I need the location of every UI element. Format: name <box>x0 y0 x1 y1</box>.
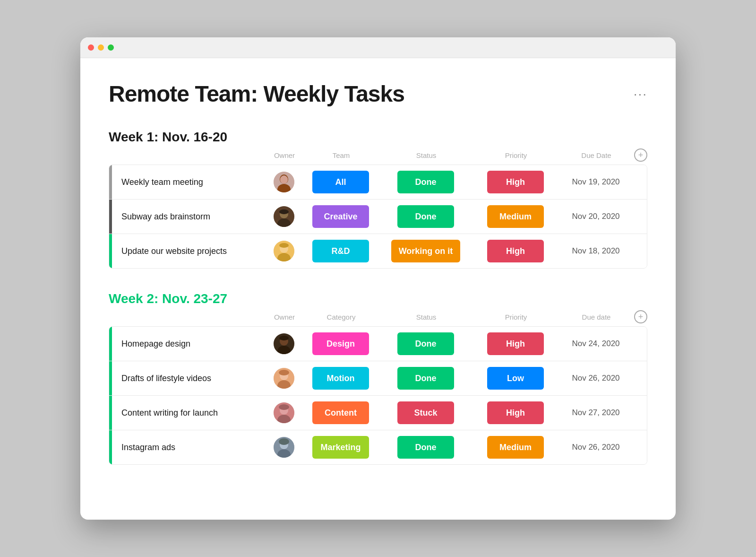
team-cell: R&D <box>303 238 378 264</box>
week2-col-status: Status <box>379 313 473 321</box>
svg-point-20 <box>279 370 289 375</box>
task-name: Instagram ads <box>112 443 265 453</box>
window-chrome <box>80 37 676 58</box>
svg-point-4 <box>280 176 288 183</box>
page-title: Remote Team: Weekly Tasks <box>109 81 404 107</box>
team-cell: Marketing <box>303 434 378 461</box>
due-date: Nov 26, 2020 <box>558 443 634 452</box>
team-cell: All <box>303 169 378 195</box>
team-badge: All <box>312 171 369 193</box>
avatar <box>274 206 294 227</box>
svg-point-12 <box>279 243 289 248</box>
priority-badge: High <box>487 171 544 193</box>
task-name: Homepage design <box>112 339 265 349</box>
table-row: Instagram ads Marketing <box>109 430 647 464</box>
status-badge: Done <box>397 332 454 355</box>
due-date: Nov 27, 2020 <box>558 408 634 418</box>
week2-table: Homepage design Design <box>109 326 647 465</box>
minimize-button[interactable] <box>98 44 104 51</box>
due-date: Nov 18, 2020 <box>558 246 634 256</box>
status-badge: Stuck <box>397 401 454 424</box>
week1-add-column-button[interactable]: + <box>634 148 647 162</box>
team-cell: Creative <box>303 203 378 230</box>
status-cell: Done <box>378 169 473 195</box>
week1-add-col[interactable]: + <box>634 148 647 162</box>
status-cell: Stuck <box>378 400 473 426</box>
week1-col-owner: Owner <box>266 151 303 159</box>
team-cell: Motion <box>303 365 378 392</box>
week1-col-labels: Owner Team Status Priority Due Date + <box>109 148 647 162</box>
week1-header-row: Week 1: Nov. 16-20 <box>109 130 647 145</box>
task-name: Drafts of lifestyle videos <box>112 374 265 383</box>
status-badge: Done <box>397 436 454 459</box>
avatar <box>274 437 294 458</box>
week1-col-status: Status <box>379 151 473 159</box>
team-cell: Content <box>303 400 378 426</box>
table-row: Update our website projects R&D <box>109 234 647 268</box>
week2-col-labels: Owner Category Status Priority Due date … <box>109 310 647 323</box>
owner-cell <box>265 437 303 458</box>
week2-title: Week 2: Nov. 23-27 <box>109 291 227 306</box>
svg-point-24 <box>279 404 289 410</box>
priority-cell: High <box>473 331 558 357</box>
priority-badge: Medium <box>487 205 544 228</box>
page-header: Remote Team: Weekly Tasks ··· <box>109 81 647 107</box>
team-badge: Creative <box>312 205 369 228</box>
app-window: Remote Team: Weekly Tasks ··· Week 1: No… <box>80 37 676 520</box>
week1-section: Week 1: Nov. 16-20 Owner Team Status Pri… <box>109 130 647 269</box>
week2-col-owner: Owner <box>266 313 303 321</box>
status-badge: Done <box>397 171 454 193</box>
avatar <box>274 368 294 389</box>
due-date: Nov 20, 2020 <box>558 212 634 221</box>
week1-table: Weekly team meeting <box>109 165 647 269</box>
owner-cell <box>265 402 303 423</box>
task-name: Weekly team meeting <box>112 177 265 187</box>
week2-col-date: Due date <box>558 313 634 321</box>
status-badge: Done <box>397 205 454 228</box>
week2-col-priority: Priority <box>473 313 558 321</box>
priority-cell: High <box>473 400 558 426</box>
week2-header-row: Week 2: Nov. 23-27 <box>109 291 647 306</box>
due-date: Nov 26, 2020 <box>558 374 634 383</box>
team-badge: Motion <box>312 367 369 390</box>
week2-section: Week 2: Nov. 23-27 Owner Category Status… <box>109 291 647 465</box>
status-cell: Done <box>378 331 473 357</box>
status-cell: Done <box>378 434 473 461</box>
traffic-lights <box>88 44 114 51</box>
avatar <box>274 241 294 261</box>
priority-cell: Medium <box>473 434 558 461</box>
task-name: Content writing for launch <box>112 408 265 418</box>
more-options-button[interactable]: ··· <box>634 87 647 102</box>
priority-cell: Medium <box>473 203 558 230</box>
priority-badge: High <box>487 240 544 262</box>
priority-badge: High <box>487 332 544 355</box>
table-row: Homepage design Design <box>109 327 647 361</box>
svg-point-8 <box>279 209 289 214</box>
priority-cell: Low <box>473 365 558 392</box>
week1-col-date: Due Date <box>558 151 634 159</box>
team-badge: Content <box>312 401 369 424</box>
svg-point-28 <box>279 438 289 445</box>
avatar <box>274 172 294 192</box>
task-name: Update our website projects <box>112 246 265 256</box>
priority-cell: High <box>473 169 558 195</box>
owner-cell <box>265 368 303 389</box>
week2-add-column-button[interactable]: + <box>634 310 647 323</box>
week2-add-col[interactable]: + <box>634 310 647 323</box>
owner-cell <box>265 241 303 261</box>
team-badge: Marketing <box>312 436 369 459</box>
week1-col-team: Team <box>303 151 379 159</box>
owner-cell <box>265 172 303 192</box>
maximize-button[interactable] <box>108 44 114 51</box>
week1-title: Week 1: Nov. 16-20 <box>109 130 227 145</box>
close-button[interactable] <box>88 44 94 51</box>
table-row: Content writing for launch Cont <box>109 396 647 430</box>
priority-badge: Low <box>487 367 544 390</box>
status-badge: Working on it <box>391 240 461 262</box>
priority-badge: High <box>487 401 544 424</box>
priority-badge: Medium <box>487 436 544 459</box>
status-badge: Done <box>397 367 454 390</box>
week1-col-priority: Priority <box>473 151 558 159</box>
team-badge: Design <box>312 332 369 355</box>
team-badge: R&D <box>312 240 369 262</box>
